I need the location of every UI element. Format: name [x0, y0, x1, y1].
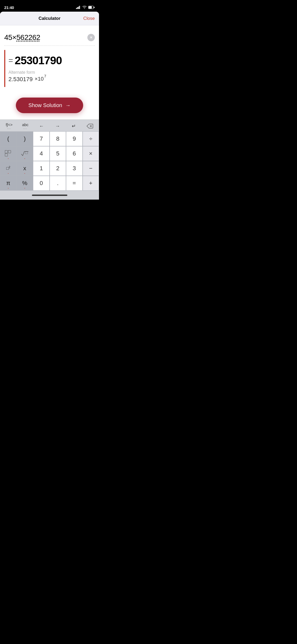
alt-times-symbol: ×10 — [33, 76, 44, 82]
show-solution-label: Show Solution — [29, 102, 62, 108]
show-solution-area: Show Solution → — [0, 87, 99, 119]
expression-part1: 45× — [4, 33, 16, 42]
expression-divider — [4, 45, 95, 46]
alt-exponent: 7 — [44, 74, 46, 78]
battery-icon — [88, 6, 95, 9]
kb-backspace-btn[interactable] — [82, 123, 98, 129]
close-button[interactable]: Close — [83, 16, 95, 21]
kb-row-3: □2 x 1 2 3 − — [0, 161, 99, 176]
kb-return-icon: ↵ — [72, 123, 76, 129]
kb-equals[interactable]: = — [66, 176, 83, 191]
equals-sign: = — [8, 56, 13, 65]
kb-pi[interactable]: π — [0, 176, 17, 191]
kb-variable-x[interactable]: x — [17, 161, 33, 176]
kb-3[interactable]: 3 — [66, 161, 83, 176]
result-area: = 25301790 Alternate form 2.530179 ×107 — [4, 50, 95, 87]
svg-rect-6 — [94, 7, 95, 8]
kb-functions-label: f∫<> — [6, 122, 13, 127]
header: Calculator Close — [0, 12, 99, 25]
kb-minus[interactable]: − — [83, 161, 99, 176]
kb-7[interactable]: 7 — [33, 131, 50, 146]
kb-8[interactable]: 8 — [50, 131, 66, 146]
result-value: 25301790 — [15, 54, 62, 67]
kb-row-2: 4 5 6 × — [0, 146, 99, 161]
kb-decimal[interactable]: . — [50, 176, 66, 191]
keyboard: f∫<> ••• abc ••• ← → ↵ — [0, 119, 99, 200]
alternate-label: Alternate form — [8, 70, 95, 75]
result-equals-row: = 25301790 — [8, 54, 95, 67]
expression-display: 45×562262 — [4, 33, 40, 42]
alt-base: 2.530179 — [8, 76, 33, 83]
expression-part2: 562262 — [16, 33, 40, 42]
status-time: 21:40 — [4, 5, 14, 10]
kb-percent[interactable]: % — [17, 176, 33, 191]
kb-left-arrow-btn[interactable]: ← — [33, 123, 49, 129]
svg-rect-3 — [79, 6, 80, 9]
kb-5[interactable]: 5 — [50, 146, 66, 161]
kb-row-1: ( ) 7 8 9 ÷ — [0, 131, 99, 146]
kb-functions-dots: ••• — [7, 127, 11, 130]
kb-abc-dots: ••• — [23, 127, 27, 130]
kb-left-arrow-icon: ← — [39, 123, 44, 129]
alternate-value: 2.530179 ×107 — [8, 76, 95, 83]
kb-abc-btn[interactable]: abc ••• — [17, 122, 33, 130]
kb-return-btn[interactable]: ↵ — [66, 123, 82, 129]
keyboard-top-row: f∫<> ••• abc ••• ← → ↵ — [0, 119, 99, 131]
kb-functions-btn[interactable]: f∫<> ••• — [1, 122, 17, 130]
kb-right-arrow-icon: → — [55, 123, 60, 129]
backspace-icon — [86, 123, 93, 129]
clear-button[interactable] — [87, 34, 95, 41]
home-indicator — [0, 191, 99, 200]
svg-rect-10 — [5, 150, 8, 153]
matrix-icon — [4, 150, 12, 157]
svg-rect-12 — [5, 154, 8, 156]
svg-rect-13 — [25, 152, 28, 154]
svg-rect-7 — [89, 6, 92, 9]
kb-0[interactable]: 0 — [33, 176, 50, 191]
header-title: Calculator — [39, 16, 60, 21]
home-bar — [32, 195, 67, 196]
kb-plus[interactable]: + — [83, 176, 99, 191]
kb-row-4: π % 0 . = + — [0, 176, 99, 191]
keyboard-grid: ( ) 7 8 9 ÷ — [0, 131, 99, 191]
svg-rect-1 — [77, 7, 78, 9]
wifi-icon — [82, 6, 87, 9]
kb-abc-label: abc — [22, 122, 29, 127]
kb-2[interactable]: 2 — [50, 161, 66, 176]
kb-4[interactable]: 4 — [33, 146, 50, 161]
expression-row: 45×562262 — [4, 31, 95, 45]
kb-sqrt[interactable] — [17, 146, 33, 161]
kb-multiply[interactable]: × — [83, 146, 99, 161]
svg-rect-2 — [78, 7, 79, 9]
kb-9[interactable]: 9 — [66, 131, 83, 146]
kb-6[interactable]: 6 — [66, 146, 83, 161]
kb-square[interactable]: □2 — [0, 161, 17, 176]
status-bar: 21:40 — [0, 0, 99, 12]
main-content: 45×562262 = 25301790 Alternate form 2.53… — [0, 25, 99, 87]
show-solution-button[interactable]: Show Solution → — [16, 98, 83, 113]
kb-matrix[interactable] — [0, 146, 17, 161]
sqrt-icon — [21, 150, 29, 157]
svg-point-4 — [84, 8, 85, 9]
kb-right-arrow-btn[interactable]: → — [50, 123, 66, 129]
signal-icon — [76, 6, 81, 9]
kb-open-paren[interactable]: ( — [0, 131, 17, 146]
arrow-right-icon: → — [65, 102, 70, 108]
svg-rect-0 — [76, 8, 77, 9]
status-icons — [76, 6, 95, 9]
app-container: Calculator Close 45×562262 = 25301790 Al… — [0, 12, 99, 200]
kb-divide[interactable]: ÷ — [83, 131, 99, 146]
kb-1[interactable]: 1 — [33, 161, 50, 176]
kb-close-paren[interactable]: ) — [17, 131, 33, 146]
svg-rect-11 — [8, 150, 11, 153]
